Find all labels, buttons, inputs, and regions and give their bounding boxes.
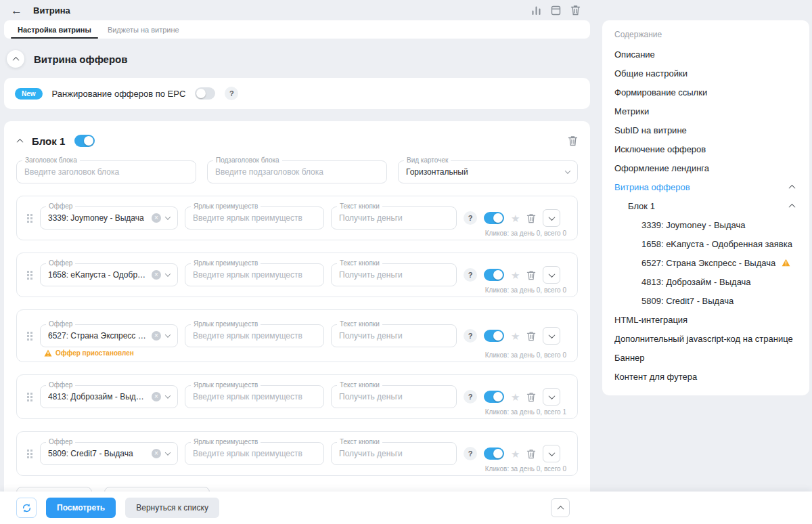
help-icon[interactable]: ?	[464, 211, 477, 225]
block-toggle[interactable]	[74, 135, 95, 147]
offer-toggle[interactable]	[484, 391, 504, 403]
collapse-footer-button[interactable]	[551, 498, 570, 517]
trash-icon[interactable]	[526, 392, 536, 402]
perks-input[interactable]	[185, 263, 324, 286]
trash-icon[interactable]	[526, 331, 536, 341]
sidebar-item-general-settings[interactable]: Общие настройки	[614, 64, 797, 83]
sidebar-item-offer-1658[interactable]: 1658: eKапуста - Одобренная заявка	[614, 234, 797, 253]
sidebar-item-label: Блок 1	[628, 201, 655, 211]
expand-button[interactable]	[543, 209, 560, 227]
offer-select[interactable]: 3339: Joymoney - Выдача ×	[40, 206, 178, 230]
epc-ranking-toggle[interactable]	[195, 87, 215, 100]
window-icon[interactable]	[551, 5, 561, 16]
star-icon[interactable]: ★	[511, 392, 520, 402]
expand-button[interactable]	[543, 327, 560, 345]
preview-button[interactable]: Посмотреть	[46, 498, 116, 518]
tab-showcase-widgets[interactable]: Виджеты на витрине	[99, 20, 187, 39]
help-icon[interactable]: ?	[464, 390, 477, 403]
sidebar-item-label: 6527: Страна Экспресс - Выдача	[641, 258, 775, 268]
star-icon[interactable]: ★	[511, 449, 520, 459]
star-icon[interactable]: ★	[511, 331, 520, 341]
chevron-up-icon[interactable]	[789, 184, 796, 191]
section-collapse-button[interactable]	[7, 50, 24, 68]
clear-icon[interactable]: ×	[152, 331, 161, 341]
block-collapse-icon[interactable]	[17, 138, 24, 145]
perks-input[interactable]	[185, 206, 324, 230]
offer-toggle[interactable]	[484, 269, 504, 281]
sidebar-item-additional-js[interactable]: Дополнительный javascript-код на страниц…	[614, 329, 797, 348]
button-text-input[interactable]	[331, 442, 457, 465]
back-to-list-button[interactable]: Вернуться к списку	[125, 498, 219, 518]
sidebar-item-link-building[interactable]: Формирование ссылки	[614, 83, 797, 102]
tab-showcase-settings[interactable]: Настройка витрины	[9, 20, 99, 39]
perks-label: Ярлык преимуществ	[191, 320, 261, 328]
button-text-input[interactable]	[331, 385, 457, 408]
offer-select[interactable]: 5809: Credit7 - Выдача ×	[40, 442, 178, 465]
sidebar-item-offer-3339[interactable]: 3339: Joymoney - Выдача	[614, 215, 797, 234]
trash-icon[interactable]	[526, 213, 536, 223]
drag-handle-icon[interactable]	[26, 392, 33, 402]
help-icon[interactable]: ?	[225, 87, 238, 100]
trash-icon[interactable]	[526, 270, 536, 280]
perks-input[interactable]	[185, 442, 324, 465]
block-trash-icon[interactable]	[568, 135, 578, 146]
clear-icon[interactable]: ×	[152, 392, 161, 401]
block-fields-row: Заголовок блока Подзаголовок блока Вид к…	[4, 160, 590, 183]
offer-toggle[interactable]	[484, 212, 504, 224]
button-text-input[interactable]	[331, 206, 457, 230]
offer-select[interactable]: 6527: Страна Экспресс - Выдача ×	[40, 324, 178, 347]
clear-icon[interactable]: ×	[152, 270, 161, 280]
block-subtitle-input[interactable]	[207, 160, 387, 183]
sidebar-item-block-1[interactable]: Блок 1	[614, 196, 797, 215]
button-text-input[interactable]	[331, 324, 457, 347]
help-icon[interactable]: ?	[464, 329, 477, 343]
clear-icon[interactable]: ×	[152, 213, 161, 223]
offer-select[interactable]: 1658: eKапуста - Одобренная заявка ×	[40, 263, 178, 286]
sidebar-item-html-integration[interactable]: HTML-интеграция	[614, 310, 797, 329]
bar-chart-icon[interactable]	[531, 5, 541, 16]
sidebar-item-label: Баннер	[614, 353, 645, 363]
drag-handle-icon[interactable]	[26, 270, 33, 280]
trash-icon[interactable]	[526, 449, 536, 459]
sidebar-item-offer-4813[interactable]: 4813: Доброзайм - Выдача	[614, 272, 797, 291]
help-icon[interactable]: ?	[464, 268, 477, 282]
sidebar-item-metrics[interactable]: Метрики	[614, 102, 797, 121]
drag-handle-icon[interactable]	[26, 213, 33, 223]
sidebar-item-offer-6527[interactable]: 6527: Страна Экспресс - Выдача	[614, 253, 797, 272]
star-icon[interactable]: ★	[511, 213, 520, 223]
card-view-select[interactable]: Горизонтальный	[398, 160, 578, 183]
chevron-up-icon[interactable]	[789, 203, 796, 210]
refresh-button[interactable]	[16, 498, 37, 518]
block-header: Блок 1	[4, 121, 590, 150]
sidebar-item-label: Оформление лендинга	[614, 163, 709, 173]
expand-button[interactable]	[543, 266, 560, 284]
sidebar-item-offer-exclusion[interactable]: Исключение офферов	[614, 139, 797, 158]
sidebar-item-banner[interactable]: Баннер	[614, 348, 797, 367]
offer-toggle[interactable]	[484, 447, 504, 460]
page-title: Витрина	[33, 5, 70, 16]
sidebar-item-offers-showcase[interactable]: Витрина офферов	[614, 177, 797, 196]
offer-toggle[interactable]	[484, 330, 504, 342]
expand-button[interactable]	[543, 445, 560, 462]
back-arrow-icon[interactable]: ←	[11, 5, 22, 16]
drag-handle-icon[interactable]	[26, 331, 33, 341]
sidebar-item-subid[interactable]: SubID на витрине	[614, 121, 797, 139]
star-icon[interactable]: ★	[511, 270, 520, 280]
trash-icon[interactable]	[570, 5, 581, 16]
block-title-input[interactable]	[16, 160, 196, 183]
epc-ranking-label: Ранжирование офферов по EPC	[52, 89, 186, 99]
perks-input[interactable]	[185, 385, 324, 408]
sidebar-item-description[interactable]: Описание	[614, 45, 797, 64]
expand-button[interactable]	[543, 388, 560, 406]
sidebar-item-footer-content[interactable]: Контент для футера	[614, 367, 797, 386]
button-text-input[interactable]	[331, 263, 457, 286]
sidebar-item-offer-5809[interactable]: 5809: Credit7 - Выдача	[614, 291, 797, 310]
chevron-down-icon	[565, 168, 570, 173]
sidebar-item-landing-design[interactable]: Оформление лендинга	[614, 158, 797, 177]
sidebar-item-label: 4813: Доброзайм - Выдача	[641, 277, 751, 287]
drag-handle-icon[interactable]	[26, 449, 33, 459]
clear-icon[interactable]: ×	[152, 449, 161, 458]
offer-select[interactable]: 4813: Доброзайм - Выдача ×	[40, 385, 178, 408]
perks-input[interactable]	[185, 324, 324, 347]
help-icon[interactable]: ?	[464, 447, 477, 460]
